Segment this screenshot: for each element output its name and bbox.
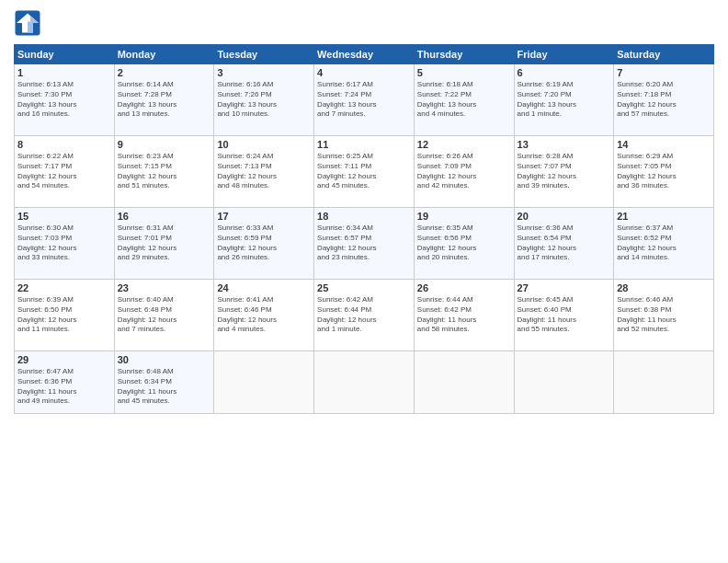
calendar-cell xyxy=(314,351,415,414)
calendar-cell xyxy=(214,351,314,414)
calendar-cell: 16Sunrise: 6:31 AM Sunset: 7:01 PM Dayli… xyxy=(114,208,214,280)
calendar-cell: 25Sunrise: 6:42 AM Sunset: 6:44 PM Dayli… xyxy=(314,280,415,351)
day-info: Sunrise: 6:33 AM Sunset: 6:59 PM Dayligh… xyxy=(217,224,311,263)
day-number: 21 xyxy=(617,211,711,222)
logo xyxy=(14,9,45,37)
day-info: Sunrise: 6:46 AM Sunset: 6:38 PM Dayligh… xyxy=(617,295,711,335)
calendar-row: 29Sunrise: 6:47 AM Sunset: 6:36 PM Dayli… xyxy=(15,351,714,414)
calendar-cell: 19Sunrise: 6:35 AM Sunset: 6:56 PM Dayli… xyxy=(414,208,514,280)
day-info: Sunrise: 6:20 AM Sunset: 7:18 PM Dayligh… xyxy=(617,80,711,120)
day-number: 6 xyxy=(518,67,611,78)
calendar-cell: 4Sunrise: 6:17 AM Sunset: 7:24 PM Daylig… xyxy=(314,64,415,136)
day-info: Sunrise: 6:30 AM Sunset: 7:03 PM Dayligh… xyxy=(17,224,111,263)
calendar-cell: 22Sunrise: 6:39 AM Sunset: 6:50 PM Dayli… xyxy=(15,280,115,351)
day-info: Sunrise: 6:17 AM Sunset: 7:24 PM Dayligh… xyxy=(317,80,411,120)
day-number: 29 xyxy=(17,354,111,365)
day-number: 1 xyxy=(17,67,111,78)
calendar-row: 22Sunrise: 6:39 AM Sunset: 6:50 PM Dayli… xyxy=(15,280,714,351)
calendar-cell: 14Sunrise: 6:29 AM Sunset: 7:05 PM Dayli… xyxy=(614,136,714,208)
day-info: Sunrise: 6:26 AM Sunset: 7:09 PM Dayligh… xyxy=(417,152,511,191)
day-number: 4 xyxy=(317,67,411,78)
calendar-cell xyxy=(614,351,714,414)
day-info: Sunrise: 6:13 AM Sunset: 7:30 PM Dayligh… xyxy=(17,80,111,120)
calendar-cell: 12Sunrise: 6:26 AM Sunset: 7:09 PM Dayli… xyxy=(414,136,514,208)
calendar-cell: 10Sunrise: 6:24 AM Sunset: 7:13 PM Dayli… xyxy=(214,136,314,208)
calendar-cell: 26Sunrise: 6:44 AM Sunset: 6:42 PM Dayli… xyxy=(414,280,514,351)
calendar-cell: 27Sunrise: 6:45 AM Sunset: 6:40 PM Dayli… xyxy=(514,280,614,351)
day-number: 2 xyxy=(118,67,211,78)
day-info: Sunrise: 6:34 AM Sunset: 6:57 PM Dayligh… xyxy=(317,224,411,263)
calendar-row: 15Sunrise: 6:30 AM Sunset: 7:03 PM Dayli… xyxy=(15,208,714,280)
col-header-monday: Monday xyxy=(114,45,214,64)
day-number: 9 xyxy=(118,139,211,150)
day-info: Sunrise: 6:25 AM Sunset: 7:11 PM Dayligh… xyxy=(317,152,411,191)
day-number: 14 xyxy=(617,139,711,150)
day-info: Sunrise: 6:37 AM Sunset: 6:52 PM Dayligh… xyxy=(617,224,711,263)
day-info: Sunrise: 6:40 AM Sunset: 6:48 PM Dayligh… xyxy=(118,295,211,335)
calendar-table: SundayMondayTuesdayWednesdayThursdayFrid… xyxy=(14,44,714,414)
calendar-cell: 8Sunrise: 6:22 AM Sunset: 7:17 PM Daylig… xyxy=(15,136,115,208)
day-number: 22 xyxy=(17,282,111,293)
day-info: Sunrise: 6:44 AM Sunset: 6:42 PM Dayligh… xyxy=(417,295,511,335)
day-info: Sunrise: 6:45 AM Sunset: 6:40 PM Dayligh… xyxy=(518,295,611,335)
calendar-cell: 20Sunrise: 6:36 AM Sunset: 6:54 PM Dayli… xyxy=(514,208,614,280)
header xyxy=(14,9,714,37)
calendar-cell: 11Sunrise: 6:25 AM Sunset: 7:11 PM Dayli… xyxy=(314,136,415,208)
day-info: Sunrise: 6:18 AM Sunset: 7:22 PM Dayligh… xyxy=(417,80,511,120)
calendar-cell: 2Sunrise: 6:14 AM Sunset: 7:28 PM Daylig… xyxy=(114,64,214,136)
calendar-header-row: SundayMondayTuesdayWednesdayThursdayFrid… xyxy=(15,45,714,64)
calendar-cell: 9Sunrise: 6:23 AM Sunset: 7:15 PM Daylig… xyxy=(114,136,214,208)
calendar-row: 8Sunrise: 6:22 AM Sunset: 7:17 PM Daylig… xyxy=(15,136,714,208)
day-info: Sunrise: 6:22 AM Sunset: 7:17 PM Dayligh… xyxy=(17,152,111,191)
col-header-saturday: Saturday xyxy=(614,45,714,64)
calendar-cell: 29Sunrise: 6:47 AM Sunset: 6:36 PM Dayli… xyxy=(15,351,115,414)
col-header-sunday: Sunday xyxy=(15,45,115,64)
day-number: 17 xyxy=(217,211,311,222)
day-info: Sunrise: 6:48 AM Sunset: 6:34 PM Dayligh… xyxy=(118,367,211,407)
day-info: Sunrise: 6:16 AM Sunset: 7:26 PM Dayligh… xyxy=(217,80,311,120)
day-info: Sunrise: 6:47 AM Sunset: 6:36 PM Dayligh… xyxy=(17,367,111,407)
calendar-cell xyxy=(414,351,514,414)
day-number: 18 xyxy=(317,211,411,222)
day-number: 7 xyxy=(617,67,711,78)
day-info: Sunrise: 6:23 AM Sunset: 7:15 PM Dayligh… xyxy=(118,152,211,191)
calendar-cell: 15Sunrise: 6:30 AM Sunset: 7:03 PM Dayli… xyxy=(15,208,115,280)
day-number: 30 xyxy=(118,354,211,365)
day-info: Sunrise: 6:19 AM Sunset: 7:20 PM Dayligh… xyxy=(518,80,611,120)
logo-icon xyxy=(14,9,41,37)
calendar-row: 1Sunrise: 6:13 AM Sunset: 7:30 PM Daylig… xyxy=(15,64,714,136)
calendar-cell: 21Sunrise: 6:37 AM Sunset: 6:52 PM Dayli… xyxy=(614,208,714,280)
day-number: 8 xyxy=(17,139,111,150)
day-info: Sunrise: 6:24 AM Sunset: 7:13 PM Dayligh… xyxy=(217,152,311,191)
day-info: Sunrise: 6:31 AM Sunset: 7:01 PM Dayligh… xyxy=(118,224,211,263)
day-info: Sunrise: 6:41 AM Sunset: 6:46 PM Dayligh… xyxy=(217,295,311,335)
calendar-cell: 28Sunrise: 6:46 AM Sunset: 6:38 PM Dayli… xyxy=(614,280,714,351)
calendar-cell xyxy=(514,351,614,414)
day-number: 13 xyxy=(518,139,611,150)
calendar-cell: 13Sunrise: 6:28 AM Sunset: 7:07 PM Dayli… xyxy=(514,136,614,208)
day-info: Sunrise: 6:28 AM Sunset: 7:07 PM Dayligh… xyxy=(518,152,611,191)
day-info: Sunrise: 6:35 AM Sunset: 6:56 PM Dayligh… xyxy=(417,224,511,263)
page: SundayMondayTuesdayWednesdayThursdayFrid… xyxy=(0,0,728,563)
col-header-wednesday: Wednesday xyxy=(314,45,415,64)
calendar-cell: 18Sunrise: 6:34 AM Sunset: 6:57 PM Dayli… xyxy=(314,208,415,280)
day-number: 25 xyxy=(317,282,411,293)
day-info: Sunrise: 6:14 AM Sunset: 7:28 PM Dayligh… xyxy=(118,80,211,120)
day-number: 19 xyxy=(417,211,511,222)
day-number: 3 xyxy=(217,67,311,78)
day-number: 20 xyxy=(518,211,611,222)
day-number: 11 xyxy=(317,139,411,150)
col-header-friday: Friday xyxy=(514,45,614,64)
day-number: 28 xyxy=(617,282,711,293)
col-header-tuesday: Tuesday xyxy=(214,45,314,64)
day-number: 26 xyxy=(417,282,511,293)
day-number: 24 xyxy=(217,282,311,293)
day-info: Sunrise: 6:36 AM Sunset: 6:54 PM Dayligh… xyxy=(518,224,611,263)
day-number: 27 xyxy=(518,282,611,293)
calendar-cell: 6Sunrise: 6:19 AM Sunset: 7:20 PM Daylig… xyxy=(514,64,614,136)
calendar-cell: 23Sunrise: 6:40 AM Sunset: 6:48 PM Dayli… xyxy=(114,280,214,351)
day-number: 16 xyxy=(118,211,211,222)
calendar-cell: 1Sunrise: 6:13 AM Sunset: 7:30 PM Daylig… xyxy=(15,64,115,136)
calendar-cell: 30Sunrise: 6:48 AM Sunset: 6:34 PM Dayli… xyxy=(114,351,214,414)
calendar-cell: 3Sunrise: 6:16 AM Sunset: 7:26 PM Daylig… xyxy=(214,64,314,136)
